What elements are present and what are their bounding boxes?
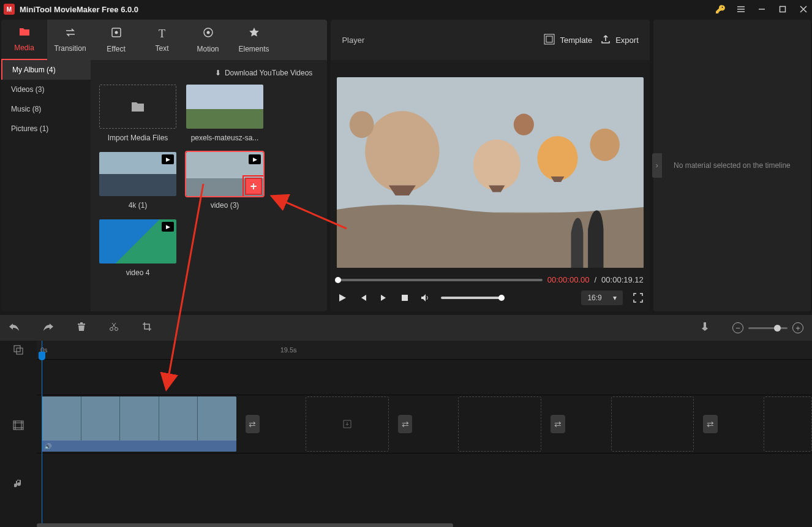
aspect-ratio-select[interactable]: 16:9 ▾ [581, 290, 622, 305]
next-frame-button[interactable] [378, 292, 389, 303]
key-icon[interactable] [715, 4, 725, 14]
delete-button[interactable] [77, 322, 86, 334]
svg-point-16 [110, 328, 113, 331]
svg-point-12 [590, 129, 620, 161]
layers-icon[interactable] [0, 341, 37, 359]
media-panel: Media Transition Effect T Text [1, 20, 327, 311]
add-to-timeline-button[interactable]: + [245, 178, 262, 195]
template-button[interactable]: Template [544, 34, 592, 47]
empty-clip-slot[interactable] [306, 396, 389, 452]
zoom-control: − + [732, 322, 803, 333]
import-thumb[interactable] [99, 85, 176, 129]
video-clip[interactable]: 🔊 [42, 396, 236, 452]
tab-effect[interactable]: Effect [93, 20, 139, 60]
media-thumb[interactable] [186, 85, 263, 129]
media-item[interactable]: pexels-mateusz-sa... [186, 85, 263, 142]
download-youtube-link[interactable]: ⬇Download YouTube Videos [99, 66, 318, 85]
timeline-ruler[interactable]: 0s 19.5s [37, 341, 812, 359]
tab-transition[interactable]: Transition [47, 20, 93, 60]
zoom-slider[interactable] [748, 327, 788, 329]
svg-point-17 [115, 328, 118, 331]
sparkle-icon [111, 27, 122, 41]
timeline-toolbar: − + [0, 315, 812, 341]
audio-track[interactable] [37, 453, 812, 511]
tab-motion[interactable]: Motion [185, 20, 231, 60]
stop-button[interactable] [399, 292, 410, 303]
redo-button[interactable] [43, 322, 54, 334]
snap-button[interactable] [701, 322, 709, 334]
collapse-panel-button[interactable]: › [652, 153, 662, 178]
key-icon-svg [715, 4, 725, 14]
menu-icon[interactable] [736, 4, 746, 14]
fullscreen-button[interactable] [633, 292, 644, 303]
import-media-item[interactable]: Import Media Files [99, 85, 176, 142]
media-item-selected[interactable]: ▶ + video (3) [186, 152, 263, 210]
folder-open-icon [130, 100, 145, 113]
maximize-icon[interactable] [778, 4, 788, 14]
prev-frame-button[interactable] [358, 292, 369, 303]
sidebar-item-videos[interactable]: Videos (3) [1, 80, 91, 99]
svg-point-9 [366, 111, 440, 192]
main-toolbar: Media Transition Effect T Text [1, 20, 327, 60]
video-track-icon[interactable] [0, 396, 37, 454]
transition-slot[interactable]: ⇄ [398, 415, 413, 433]
sidebar-item-album[interactable]: My Album (4) [1, 60, 91, 80]
svg-point-4 [206, 31, 209, 34]
split-button[interactable] [109, 322, 119, 334]
media-sidebar: My Album (4) Videos (3) Music (8) Pictur… [1, 60, 91, 311]
media-thumb[interactable]: ▶ [99, 219, 176, 264]
playhead[interactable] [42, 341, 42, 523]
svg-rect-18 [14, 346, 20, 352]
empty-clip-slot[interactable] [611, 396, 694, 452]
transition-slot[interactable]: ⇄ [551, 415, 565, 433]
download-icon: ⬇ [215, 69, 221, 77]
properties-panel: › No material selected on the timeline [653, 20, 811, 311]
chevron-right-icon: › [656, 161, 658, 170]
progress-slider[interactable] [337, 279, 542, 281]
horizontal-scrollbar[interactable] [37, 523, 812, 527]
media-item[interactable]: ▶ 4k (1) [99, 152, 176, 210]
folder-icon [18, 27, 31, 40]
app-logo-icon: M [4, 4, 15, 15]
tab-text[interactable]: T Text [139, 20, 185, 60]
video-preview[interactable] [337, 77, 643, 268]
download-slot-icon [342, 419, 352, 429]
zoom-out-button[interactable]: − [732, 322, 743, 333]
empty-state-text: No material selected on the timeline [674, 161, 791, 170]
text-icon: T [159, 28, 165, 40]
export-button[interactable]: Export [601, 34, 639, 46]
volume-slider[interactable] [441, 297, 502, 299]
video-track[interactable]: 🔊 ⇄ ⇄ ⇄ ⇄ [37, 395, 812, 453]
media-thumb[interactable]: ▶ [99, 152, 176, 196]
svg-point-14 [514, 114, 534, 135]
volume-icon[interactable] [420, 292, 431, 303]
clip-audio-icon: 🔊 [42, 441, 236, 452]
progress-bar-row: 00:00:00.00 / 00:00:19.12 [337, 275, 643, 284]
empty-clip-slot[interactable] [458, 396, 541, 452]
sidebar-item-pictures[interactable]: Pictures (1) [1, 119, 91, 138]
sidebar-item-music[interactable]: Music (8) [1, 99, 91, 119]
play-button[interactable] [337, 292, 348, 303]
timeline-tracks[interactable]: 0s 19.5s 🔊 ⇄ ⇄ ⇄ ⇄ [37, 341, 812, 523]
tab-elements[interactable]: Elements [231, 20, 277, 60]
transition-slot[interactable]: ⇄ [703, 415, 718, 433]
current-time: 00:00:00.00 [547, 275, 590, 284]
undo-button[interactable] [9, 322, 20, 334]
zoom-in-button[interactable]: + [792, 322, 803, 333]
video-badge-icon: ▶ [249, 154, 261, 164]
audio-track-icon[interactable] [0, 454, 37, 512]
media-thumb-selected[interactable]: ▶ + [186, 152, 263, 196]
player-label: Player [342, 36, 535, 45]
svg-point-10 [473, 139, 521, 191]
minimize-icon[interactable] [757, 4, 767, 14]
crop-button[interactable] [142, 322, 152, 334]
close-icon[interactable] [799, 4, 808, 14]
empty-clip-slot[interactable] [764, 396, 812, 452]
tab-media[interactable]: Media [1, 20, 47, 60]
media-item[interactable]: ▶ video 4 [99, 219, 176, 277]
svg-rect-19 [17, 348, 23, 354]
svg-rect-6 [546, 36, 552, 42]
star-icon [249, 27, 260, 41]
overlay-track[interactable] [37, 359, 812, 395]
transition-slot[interactable]: ⇄ [246, 415, 260, 433]
